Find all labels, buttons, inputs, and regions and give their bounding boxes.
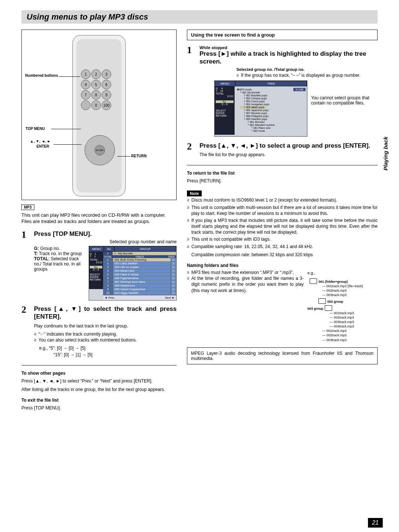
label-return: RETURN xyxy=(131,154,147,158)
page-title-bar: Using menus to play MP3 discs xyxy=(21,10,378,24)
group-counter-badge: G 1/40 xyxy=(293,88,306,91)
section-tab: Playing back xyxy=(382,137,389,171)
folder-tree-figure: e.g., 001 (folder=group) — 001track.mp3 … xyxy=(307,270,378,342)
naming-b1: MP3 files must have the extension “.MP3”… xyxy=(187,270,304,275)
other-pages-heading: To show other pages xyxy=(21,371,177,376)
step2-example2: “15”: [0] → [1] → [5] xyxy=(34,352,177,358)
prev-page: ◄ Prev. xyxy=(105,296,115,299)
other-pages-l2: After listing all the tracks in one grou… xyxy=(21,387,177,392)
exit-list-l: Press [TOP MENU]. xyxy=(21,405,177,411)
right-step2-title: Press [▲, ▼, ◄, ►] to select a group and… xyxy=(200,142,378,150)
step2-example1: e.g., “5”: [0] → [0] → [5] xyxy=(34,345,177,351)
license-box: MPEG Layer-3 audio decoding technology l… xyxy=(187,347,378,364)
right-step1-num: 1 xyxy=(187,45,200,55)
track-list-screen: MENUNoGROUP G 1 T 1 TOTAL 1/111 No. 0 – … xyxy=(89,246,177,301)
tree-sidenote: You cannot select groups that contain no… xyxy=(311,80,378,137)
compat-sampling: Compatible sampling rate: 16, 22.05, 24,… xyxy=(187,244,378,250)
tree-screen: MENUTREE G 8 T 14 TOTAL 1/111 No. 0 – 9 … xyxy=(214,80,307,137)
page-title: Using menus to play MP3 discs xyxy=(27,12,148,22)
step1-caption: Selected group number and name xyxy=(34,239,177,244)
step1-title: Press [TOP MENU]. xyxy=(34,230,177,238)
next-page: Next ► xyxy=(165,296,175,299)
note-badge: Note xyxy=(187,191,202,196)
step2-line1: Play continues to the last track in the … xyxy=(34,323,177,329)
screen-legend: G: Group no. T: Track no. in the group T… xyxy=(34,246,86,301)
right-step1-title: Press [►] while a track is highlighted t… xyxy=(200,50,378,66)
return-file-heading: To return to the file list xyxy=(187,171,378,176)
step-number-2: 2 xyxy=(21,305,34,315)
numbered-buttons: 123 456 789 0100 xyxy=(81,69,111,110)
notes-list: Discs must conform to ISO9660 level 1 or… xyxy=(187,197,378,242)
label-arrows: ▲, ▼, ◄, ► xyxy=(30,139,51,143)
intro-paragraph: This unit can play MP3 files recorded on… xyxy=(21,212,177,225)
dpad: ENTER xyxy=(85,135,115,165)
enter-button-remote: ENTER xyxy=(95,145,105,155)
other-pages-l1: Press [▲, ▼, ◄, ►] to select “Prev.” or … xyxy=(21,378,177,384)
tree-no-track-note: If the group has no track, “– –” is disp… xyxy=(236,72,378,78)
mp3-badge: MP3 xyxy=(21,205,34,210)
right-step2-line: The file list for the group appears. xyxy=(200,152,378,158)
step-number-1: 1 xyxy=(21,230,34,240)
page-number: 21 xyxy=(368,518,383,528)
step2-bullets: “☞” indicates the track currently playin… xyxy=(34,331,177,343)
compat-compression: Compatible compression rate: between 32 … xyxy=(187,252,378,258)
exit-list-heading: To exit the file list xyxy=(21,398,177,403)
right-step2-num: 2 xyxy=(187,142,200,151)
label-topmenu: TOP MENU xyxy=(25,127,45,131)
naming-heading: Naming folders and files xyxy=(187,263,378,268)
tree-section-heading: Using the tree screen to find a group xyxy=(187,30,378,40)
tree-caption: Selected group no. /Total group no. xyxy=(236,67,378,72)
step2-title: Press [▲, ▼] to select the track and pre… xyxy=(34,305,177,321)
label-enter: ENTER xyxy=(37,144,49,148)
naming-b2: At the time of recording, give folder an… xyxy=(187,275,304,294)
return-file-line: Press [RETURN]. xyxy=(187,178,378,184)
while-stopped-hint: While stopped xyxy=(200,45,378,50)
label-numbered: Numbered buttons xyxy=(25,73,58,78)
remote-figure: 123 456 789 0100 ENTER Numbered buttons … xyxy=(21,30,177,200)
